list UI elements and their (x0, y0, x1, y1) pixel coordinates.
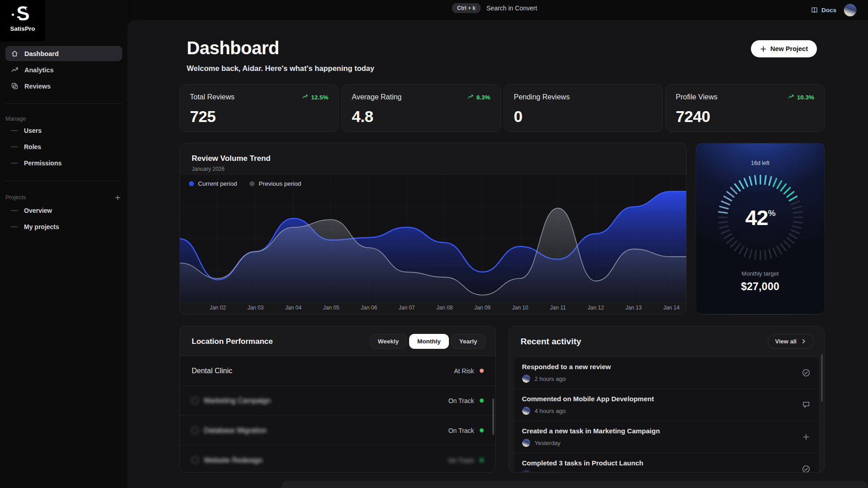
activity-item[interactable]: Completed 3 tasks in Product LaunchYeste… (514, 453, 820, 473)
add-project-button[interactable] (113, 193, 122, 202)
copy-icon (11, 82, 19, 90)
dash-icon (11, 226, 18, 227)
brand-name: SatisPro (0, 25, 45, 32)
x-tick-label: Jan 14 (663, 305, 679, 311)
avatar (522, 471, 530, 473)
location-performance-card: Location Performance WeeklyMonthlyYearly… (179, 326, 496, 473)
gauge-value: 42% (745, 205, 775, 230)
x-tick-label: Jan 06 (361, 305, 377, 311)
location-name: Dental Clinic (192, 367, 232, 375)
status-dot (480, 428, 484, 432)
stat-change-badge: 12.5% (302, 94, 328, 101)
sidebar-item-label: Users (24, 127, 42, 134)
x-tick-label: Jan 07 (399, 305, 415, 311)
sidebar-item-label: Permissions (24, 160, 61, 167)
topbar: Ctrl + k Search in Convert Docs (127, 0, 868, 20)
sidebar-item-dashboard[interactable]: Dashboard (5, 46, 122, 61)
dash-icon (11, 146, 18, 147)
chart-row: Review Volume Trend January 2026 Current… (179, 143, 825, 314)
avatar (522, 375, 530, 383)
activity-title: Completed 3 tasks in Product Launch (522, 459, 796, 467)
sidebar-item-permissions[interactable]: Permissions (5, 155, 122, 171)
avatar (522, 407, 530, 415)
home-icon (11, 50, 19, 57)
activity-title: Created a new task in Marketing Campaign (522, 427, 796, 435)
activity-item[interactable]: Commented on Mobile App Development4 hou… (514, 389, 820, 421)
project-icon (192, 397, 198, 404)
recent-activity-card: Recent activity View all Responded to a … (509, 326, 825, 473)
new-project-button[interactable]: New Project (751, 40, 817, 57)
legend-dot (189, 181, 194, 186)
app-root: { "brand": {"name": "SatisPro"}, "topbar… (0, 0, 868, 488)
chart-plot-area: Current periodPrevious period (180, 174, 686, 303)
sidebar-item-my-projects[interactable]: My projects (5, 219, 122, 235)
plus-icon (802, 433, 810, 441)
section-label: Manage (5, 116, 26, 122)
plus-icon (802, 433, 810, 441)
activity-time: 2 hours ago (535, 375, 566, 382)
legend-dot (250, 181, 255, 186)
stat-card-total-reviews: Total Reviews12.5%725 (179, 84, 339, 132)
sidebar-item-label: Overview (24, 207, 52, 214)
location-row[interactable]: Website RedesignOn Track (180, 446, 495, 473)
sidebar-item-analytics[interactable]: Analytics (5, 62, 122, 77)
check-circle-icon (802, 369, 810, 377)
sidebar-item-roles[interactable]: Roles (5, 139, 122, 155)
sidebar-item-users[interactable]: Users (5, 123, 122, 138)
chart-subtitle: January 2026 (192, 166, 675, 172)
chart-x-axis: Jan 02Jan 03Jan 04Jan 05Jan 06Jan 07Jan … (180, 301, 686, 314)
search-label: Search in Convert (486, 5, 537, 12)
chevron-right-icon (801, 338, 807, 344)
sidebar-item-label: Roles (24, 143, 41, 150)
location-row[interactable]: Marketing CampaignOn Track (180, 386, 495, 416)
location-name: Marketing Campaign (204, 397, 271, 405)
sidebar-sections: ManageUsersRolesPermissionsProjectsOverv… (0, 116, 127, 235)
days-left-label: 16d left (696, 160, 824, 166)
tab-yearly[interactable]: Yearly (451, 334, 486, 349)
section-header-manage: Manage (0, 116, 127, 122)
location-name: Database Migration (204, 427, 267, 435)
docs-link[interactable]: Docs (811, 6, 836, 14)
status-label: On Track (448, 427, 474, 434)
location-performance-title: Location Performance (192, 337, 273, 346)
view-all-button[interactable]: View all (768, 334, 814, 349)
location-row[interactable]: Database MigrationOn Track (180, 416, 495, 446)
sidebar-divider (5, 103, 122, 104)
activity-title: Responded to a new review (522, 363, 796, 371)
bottom-row: Location Performance WeeklyMonthlyYearly… (179, 326, 825, 473)
x-tick-label: Jan 02 (210, 305, 226, 311)
x-tick-label: Jan 03 (247, 305, 264, 311)
tab-monthly[interactable]: Monthly (409, 334, 449, 349)
scrollbar-thumb[interactable] (492, 399, 494, 435)
stat-label: Total Reviews (190, 93, 235, 101)
activity-item[interactable]: Responded to a new review2 hours ago (514, 357, 820, 389)
gauge: 42% (713, 170, 808, 265)
recent-activity-title: Recent activity (521, 337, 581, 347)
brand-logo-box[interactable]: S SatisPro (0, 0, 45, 42)
scrollbar-thumb[interactable] (821, 354, 823, 402)
global-search[interactable]: Ctrl + k Search in Convert (452, 3, 537, 13)
sidebar-divider (5, 181, 122, 181)
sidebar-item-label: Dashboard (24, 50, 59, 57)
tab-weekly[interactable]: Weekly (370, 334, 407, 349)
user-avatar[interactable] (844, 4, 856, 16)
section-label: Projects (5, 194, 26, 201)
monthly-target-label: Monthly target (696, 270, 824, 277)
sidebar-nav: DashboardAnalyticsReviews (0, 42, 127, 94)
chat-icon (802, 401, 810, 409)
activity-time: 4 hours ago (535, 408, 566, 414)
sidebar-item-reviews[interactable]: Reviews (5, 79, 122, 94)
activity-list: Responded to a new review2 hours agoComm… (514, 357, 820, 473)
status-label: On Track (448, 397, 474, 404)
activity-item[interactable]: Created a new task in Marketing Campaign… (514, 421, 820, 453)
stat-card-average-rating: Average Rating8.3%4.8 (341, 84, 500, 132)
location-row[interactable]: Dental ClinicAt Risk (180, 356, 495, 386)
search-shortcut-badge: Ctrl + k (452, 3, 481, 13)
dash-icon (11, 163, 18, 164)
stat-value: 7240 (676, 108, 814, 126)
chat-icon (802, 401, 810, 409)
monthly-target-value: $27,000 (696, 281, 824, 293)
avatar (522, 439, 530, 447)
sidebar-item-overview[interactable]: Overview (5, 203, 122, 218)
area-chart (180, 175, 686, 303)
